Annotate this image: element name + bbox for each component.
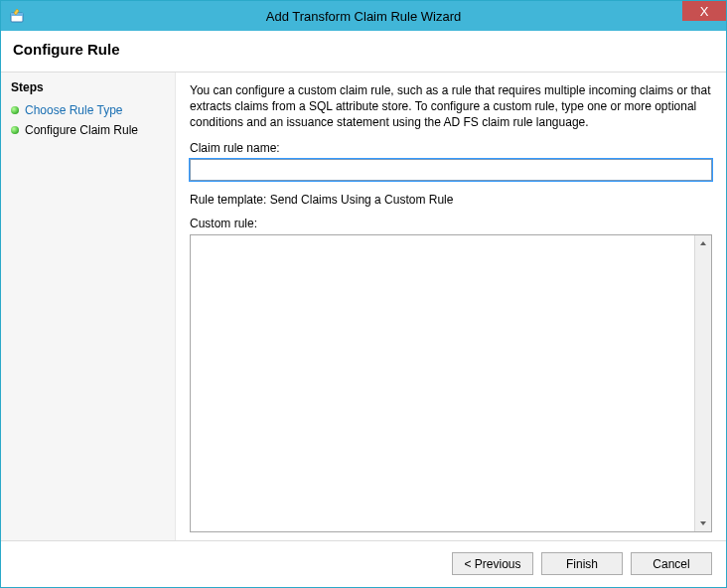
page-title: Configure Rule <box>13 41 714 58</box>
custom-rule-container <box>190 234 712 532</box>
finish-button[interactable]: Finish <box>541 552 623 575</box>
bullet-icon <box>11 106 19 114</box>
steps-sidebar: Steps Choose Rule Type Configure Claim R… <box>1 73 176 540</box>
wizard-footer: < Previous Finish Cancel <box>1 540 726 586</box>
wizard-body: Steps Choose Rule Type Configure Claim R… <box>1 72 726 540</box>
step-choose-rule-type[interactable]: Choose Rule Type <box>1 100 175 120</box>
step-label: Configure Claim Rule <box>25 123 138 137</box>
step-label: Choose Rule Type <box>25 103 123 117</box>
bullet-icon <box>11 126 19 134</box>
previous-button[interactable]: < Previous <box>452 552 533 575</box>
rule-template-label: Rule template: Send Claims Using a Custo… <box>190 193 712 207</box>
description-text: You can configure a custom claim rule, s… <box>190 82 712 131</box>
cancel-button[interactable]: Cancel <box>631 552 712 575</box>
claim-rule-name-input[interactable] <box>190 159 712 181</box>
step-configure-claim-rule[interactable]: Configure Claim Rule <box>1 120 175 140</box>
claim-rule-name-label: Claim rule name: <box>190 141 712 155</box>
close-button[interactable]: X <box>682 1 726 21</box>
close-icon: X <box>700 4 709 19</box>
custom-rule-label: Custom rule: <box>190 217 712 230</box>
titlebar: Add Transform Claim Rule Wizard X <box>1 1 726 31</box>
scroll-up-icon[interactable] <box>695 235 712 252</box>
scroll-down-icon[interactable] <box>695 514 712 531</box>
window-title: Add Transform Claim Rule Wizard <box>1 9 726 24</box>
main-panel: You can configure a custom claim rule, s… <box>176 73 726 540</box>
custom-rule-textarea[interactable] <box>191 235 694 531</box>
scrollbar[interactable] <box>694 235 711 531</box>
app-icon <box>9 8 25 24</box>
wizard-header: Configure Rule <box>1 31 726 72</box>
steps-heading: Steps <box>1 76 175 100</box>
